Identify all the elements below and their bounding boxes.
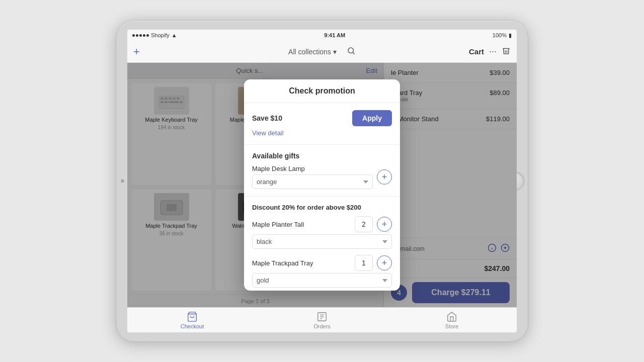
top-nav: + All collections ▾ Cart ··· (127, 41, 517, 63)
main-content: Quick s... Edit Maple Keyboard Tray 194 … (127, 63, 517, 307)
cart-icon (187, 311, 198, 322)
delete-button[interactable] (502, 46, 511, 57)
apply-button[interactable]: Apply (352, 110, 392, 126)
time-display: 9:41 AM (324, 32, 345, 38)
gift-item: Maple Desk Lamp orange white black + (252, 165, 392, 189)
view-detail-link[interactable]: View detail (252, 129, 284, 137)
battery-icon: ▮ (509, 32, 512, 39)
discount-item-row: Maple Trackpad Tray 1 + (252, 255, 392, 271)
gifts-section-title: Available gifts (252, 152, 392, 160)
status-bar: Shopify ▲ 9:41 AM 100% ▮ (127, 30, 517, 41)
promo-title: Save $10 (252, 114, 282, 122)
battery-display: 100% ▮ (493, 32, 512, 39)
discount-item: Maple Planter Tall 2 + black walnut mapl… (252, 216, 392, 249)
carrier-label: Shopify (151, 32, 170, 38)
collections-dropdown[interactable]: All collections ▾ (288, 48, 337, 56)
modal-title: Check promotion (244, 79, 400, 103)
add-button[interactable]: + (133, 45, 140, 58)
quantity-display: 1 (355, 255, 373, 271)
tab-store-label: Store (445, 323, 458, 329)
promo-top: Save $10 Apply (252, 110, 392, 126)
modal-body: Save $10 Apply View detail Available gif… (244, 103, 400, 291)
discount-section: Discount 20% for order above $200 Maple … (244, 197, 400, 291)
tab-store[interactable]: Store (387, 311, 517, 329)
promo-section: Save $10 Apply View detail (244, 103, 400, 145)
promotion-modal: Check promotion Save $10 Apply View deta… (244, 79, 400, 291)
discount-item-name: Maple Trackpad Tray (252, 259, 351, 267)
ipad-screen: Shopify ▲ 9:41 AM 100% ▮ + All collectio… (127, 30, 517, 332)
cart-label: Cart (469, 47, 484, 56)
gift-info: Maple Desk Lamp orange white black (252, 165, 373, 189)
store-icon (446, 311, 457, 322)
bottom-bar: Checkout Orders Store (127, 307, 517, 332)
tab-orders-label: Orders (313, 323, 331, 329)
discount-item-name: Maple Planter Tall (252, 221, 351, 228)
item-color-select[interactable]: gold silver black (252, 273, 392, 288)
quantity-display: 2 (355, 216, 373, 232)
nav-center: All collections ▾ (174, 46, 470, 57)
search-icon (347, 46, 356, 55)
gift-color-select[interactable]: orange white black (252, 174, 373, 189)
signal-dots (132, 34, 149, 37)
status-bar-left: Shopify ▲ (132, 32, 177, 38)
more-button[interactable]: ··· (489, 46, 497, 57)
ipad-frame: Shopify ▲ 9:41 AM 100% ▮ + All collectio… (116, 20, 528, 342)
modal-overlay[interactable]: Check promotion Save $10 Apply View deta… (127, 63, 517, 307)
svg-line-1 (353, 52, 354, 54)
nav-right: Cart ··· (470, 46, 511, 57)
wifi-icon: ▲ (172, 32, 177, 38)
increase-qty-button[interactable]: + (377, 217, 392, 232)
discount-item: Maple Trackpad Tray 1 + gold silver blac… (252, 255, 392, 288)
camera-dot (121, 179, 124, 183)
tab-checkout[interactable]: Checkout (127, 311, 257, 329)
gift-name: Maple Desk Lamp (252, 165, 373, 172)
tab-checkout-label: Checkout (181, 323, 204, 329)
discount-item-row: Maple Planter Tall 2 + (252, 216, 392, 232)
tab-orders[interactable]: Orders (257, 311, 387, 329)
add-gift-button[interactable]: + (377, 169, 392, 185)
discount-section-title: Discount 20% for order above $200 (252, 204, 392, 211)
orders-icon (316, 311, 328, 322)
trash-icon (502, 46, 511, 55)
item-color-select[interactable]: black walnut maple (252, 234, 392, 249)
increase-qty-button[interactable]: + (377, 255, 392, 270)
dropdown-arrow: ▾ (333, 48, 337, 56)
battery-label: 100% (493, 32, 507, 38)
search-button[interactable] (347, 46, 356, 57)
svg-point-0 (348, 48, 354, 53)
gifts-section: Available gifts Maple Desk Lamp orange w… (244, 145, 400, 197)
nav-left: + (133, 45, 174, 58)
collections-label: All collections (288, 48, 331, 56)
